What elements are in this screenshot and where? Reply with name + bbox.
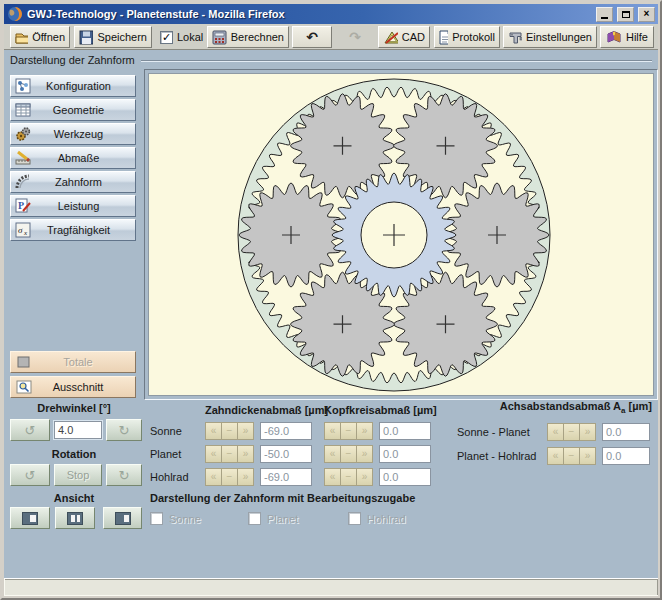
checkbox-icon: [348, 512, 361, 525]
step-next-button[interactable]: »: [237, 445, 254, 463]
rotate-ccw-button[interactable]: ↺: [10, 419, 50, 441]
step-reset-button[interactable]: −: [340, 468, 357, 486]
step-next-button[interactable]: »: [237, 422, 254, 440]
zahndicken-planet-stepper: «−»: [205, 445, 253, 463]
step-next-button[interactable]: »: [356, 468, 373, 486]
view-layout-3-button[interactable]: [103, 507, 142, 529]
sidebar-item-werkzeug[interactable]: Werkzeug: [10, 123, 136, 145]
step-reset-button[interactable]: −: [221, 445, 238, 463]
view-layout-2-button[interactable]: [55, 507, 95, 529]
minimize-button[interactable]: [596, 7, 613, 22]
kopfkreis-sonne-input[interactable]: 0.0: [379, 422, 431, 440]
step-prev-button[interactable]: «: [324, 468, 341, 486]
step-next-button[interactable]: »: [579, 423, 596, 441]
sidebar-item-leistung[interactable]: P Leistung: [10, 195, 136, 217]
step-prev-button[interactable]: «: [205, 422, 222, 440]
svg-text:σ: σ: [18, 225, 23, 235]
kopfkreis-planet-stepper: «−»: [324, 445, 372, 463]
zahndicken-hohlrad-input[interactable]: -69.0: [260, 468, 312, 486]
sidebar-item-label: Geometrie: [32, 104, 135, 116]
achsabstand-sonne-planet-input[interactable]: 0.0: [602, 423, 650, 441]
kopfkreis-sonne-stepper: «−»: [324, 422, 372, 440]
undo-icon: ↶: [306, 30, 318, 44]
totale-icon: [15, 355, 33, 369]
step-next-button[interactable]: »: [356, 445, 373, 463]
save-label: Speichern: [97, 31, 147, 43]
rotate-cw-icon: ↻: [119, 423, 130, 438]
drehwinkel-input[interactable]: 4.0: [54, 421, 102, 439]
rotate-cw-button[interactable]: ↻: [106, 419, 142, 441]
sidebar-item-label: Tragfähigkeit: [32, 224, 135, 236]
kopfkreis-hohlrad-stepper: «−»: [324, 468, 372, 486]
sidebar-item-tragfaehigkeit[interactable]: σx Tragfähigkeit: [10, 219, 136, 241]
step-next-button[interactable]: »: [579, 447, 596, 465]
totale-button[interactable]: Totale: [10, 351, 136, 373]
undo-button[interactable]: ↶: [292, 26, 332, 48]
protocol-button[interactable]: Protokoll: [434, 26, 500, 48]
step-reset-button[interactable]: −: [563, 447, 580, 465]
ausschnitt-button[interactable]: Ausschnitt: [10, 376, 136, 398]
title-bar: GWJ-Technology - Planetenstufe - Mozilla…: [4, 4, 658, 24]
machining-checkbox-sonne[interactable]: Sonne: [150, 512, 201, 525]
step-prev-button[interactable]: «: [324, 422, 341, 440]
sidebar-item-zahnform[interactable]: Zahnform: [10, 171, 136, 193]
machining-checkbox-planet[interactable]: Planet: [248, 512, 298, 525]
book-icon: [606, 30, 622, 44]
rotation-cw-button[interactable]: ↻: [106, 464, 142, 486]
calculate-button[interactable]: Berechnen: [207, 26, 289, 48]
step-reset-button[interactable]: −: [221, 468, 238, 486]
view-layout-1-button[interactable]: [10, 507, 50, 529]
step-prev-button[interactable]: «: [547, 447, 564, 465]
step-next-button[interactable]: »: [356, 422, 373, 440]
cad-button[interactable]: CAD: [378, 26, 430, 48]
settings-button[interactable]: Einstellungen: [503, 26, 597, 48]
help-button[interactable]: Hilfe: [600, 26, 654, 48]
close-button[interactable]: ×: [638, 7, 655, 22]
step-reset-button[interactable]: −: [221, 422, 238, 440]
achsabstand-planet-hohlrad-input[interactable]: 0.0: [602, 447, 650, 465]
step-prev-button[interactable]: «: [324, 445, 341, 463]
redo-icon: ↷: [349, 30, 361, 44]
section-header: Darstellung der Zahnform: [10, 53, 652, 67]
achsabstand-header: Achsabstandsabmaß Aa [µm]: [450, 400, 652, 415]
sidebar-item-abmasse[interactable]: Abmaße: [10, 147, 136, 169]
machining-checkbox-hohlrad[interactable]: Hohlrad: [348, 512, 406, 525]
axis-row-label-sonne-planet: Sonne - Planet: [457, 426, 530, 438]
open-folder-icon: [15, 30, 28, 44]
sidebar-item-konfiguration[interactable]: Konfiguration: [10, 75, 136, 97]
kopfkreis-planet-input[interactable]: 0.0: [379, 445, 431, 463]
machining-title: Darstellung der Zahnform mit Bearbeitung…: [150, 492, 415, 504]
rotation-stop-button[interactable]: Stop: [54, 464, 102, 486]
step-prev-button[interactable]: «: [205, 445, 222, 463]
local-checkbox[interactable]: ✓: [160, 31, 173, 44]
settings-label: Einstellungen: [526, 31, 592, 43]
geometry-grid-icon: [14, 102, 32, 118]
step-next-button[interactable]: »: [237, 468, 254, 486]
zahndicken-sonne-input[interactable]: -69.0: [260, 422, 312, 440]
zahndicken-planet-input[interactable]: -50.0: [260, 445, 312, 463]
maximize-button[interactable]: [617, 7, 634, 22]
kopfkreis-hohlrad-input[interactable]: 0.0: [379, 468, 431, 486]
step-reset-button[interactable]: −: [340, 445, 357, 463]
view-layout-2-icon: [67, 512, 83, 525]
sigma-icon: σx: [14, 222, 32, 238]
step-reset-button[interactable]: −: [563, 423, 580, 441]
cad-drafting-icon: [383, 30, 398, 44]
local-toggle[interactable]: ✓ Lokal: [160, 26, 203, 48]
open-button[interactable]: Öffnen: [10, 26, 70, 48]
sidebar-item-geometrie[interactable]: Geometrie: [10, 99, 136, 121]
tool-gears-icon: [14, 126, 32, 142]
rotation-ccw-button[interactable]: ↺: [10, 464, 50, 486]
gear-canvas: [148, 73, 654, 396]
save-button[interactable]: Speichern: [74, 26, 152, 48]
rotate-ccw-icon: ↺: [25, 468, 36, 483]
drehwinkel-label: Drehwinkel [°]: [4, 402, 144, 414]
checkbox-label: Sonne: [169, 513, 201, 525]
achsabstand-planet-hohlrad-stepper: «−»: [547, 447, 595, 465]
totale-label: Totale: [33, 356, 135, 368]
step-prev-button[interactable]: «: [205, 468, 222, 486]
step-reset-button[interactable]: −: [340, 422, 357, 440]
redo-button[interactable]: ↷: [335, 26, 375, 48]
firefox-icon: [7, 6, 23, 22]
step-prev-button[interactable]: «: [547, 423, 564, 441]
